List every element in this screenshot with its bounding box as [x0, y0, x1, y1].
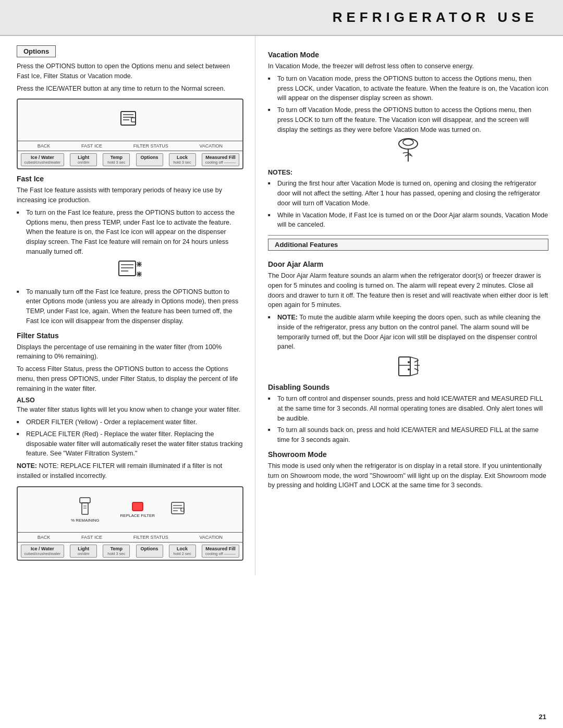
- options-title: Options: [23, 47, 49, 55]
- notes-bullet2: While in Vacation Mode, if Fast Ice is t…: [268, 211, 548, 230]
- fast-ice-bullet1: To turn on the Fast Ice feature, press t…: [17, 208, 243, 257]
- panel1-buttons-row: Ice / Water cubed/crushed/water Light on…: [18, 151, 242, 168]
- panel2-options-icon: [170, 501, 189, 518]
- door-ajar-p1: The Door Ajar Alarm feature sounds an al…: [268, 271, 548, 310]
- door-ajar-icon: [395, 355, 422, 378]
- note-filter: NOTE: NOTE: REPLACE FILTER will remain i…: [17, 461, 243, 481]
- additional-features-box: Additional Features: [268, 239, 548, 251]
- svg-line-34: [414, 360, 419, 362]
- replace-filter-icon: [131, 501, 144, 512]
- svg-rect-17: [80, 498, 90, 503]
- menu-fast-ice: FAST ICE: [81, 143, 102, 149]
- disabling-sounds-heading: Disabling Sounds: [268, 383, 548, 391]
- showroom-mode-p1: This mode is used only when the refriger…: [268, 461, 548, 490]
- panel2-buttons-row: Ice / Water cubed/crushed/water Light on…: [18, 542, 242, 560]
- page-header: REFRIGERATOR USE: [0, 0, 563, 36]
- panel2-btn-lock[interactable]: Lock hold 2 sec: [169, 545, 196, 558]
- vacation-bullet1: To turn on Vacation mode, press the OPTI…: [268, 74, 548, 103]
- svg-point-32: [408, 361, 410, 363]
- door-ajar-bullet1: NOTE: To mute the audible alarm while ke…: [268, 313, 548, 352]
- showroom-mode-heading: Showroom Mode: [268, 450, 548, 459]
- svg-rect-18: [82, 503, 88, 514]
- section-divider: [268, 235, 548, 236]
- vacation-mode-p1: In Vacation Mode, the freezer will defro…: [268, 61, 548, 71]
- panel2-menu-back: BACK: [38, 535, 51, 540]
- btn-ice-water[interactable]: Ice / Water cubed/crushed/water: [21, 153, 65, 166]
- display-panel-1: BACK FAST ICE FILTER STATUS VACATION Ice…: [17, 98, 243, 169]
- panel2-menu-vacation: VACATION: [199, 535, 223, 540]
- options-screen-icon: [118, 109, 143, 131]
- right-column: Vacation Mode In Vacation Mode, the free…: [255, 36, 563, 575]
- svg-point-27: [399, 139, 418, 149]
- options-p2: Press the ICE/WATER button at any time t…: [17, 84, 243, 94]
- door-ajar-note-text: To mute the audible alarm while keeping …: [277, 314, 541, 350]
- panel2-btn-temp[interactable]: Temp hold 3 sec: [103, 545, 130, 558]
- also-label: ALSO: [17, 397, 243, 404]
- filter-status-p2: To access Filter Status, press the OPTIO…: [17, 364, 243, 393]
- filter-status-heading: Filter Status: [17, 331, 243, 340]
- door-ajar-note-bold: NOTE:: [277, 314, 298, 321]
- filter-status-p1: Displays the percentage of use remaining…: [17, 342, 243, 362]
- panel2-screen: % REMAINING REPLACE FILTER: [18, 487, 242, 533]
- notes-bullet1: During the first hour after Vacation Mod…: [268, 179, 548, 208]
- btn-measured-fill[interactable]: Measured Fill cooling off ———: [202, 153, 240, 166]
- additional-features-label: Additional Features: [275, 241, 338, 249]
- door-ajar-heading: Door Ajar Alarm: [268, 260, 548, 268]
- panel2-btn-options[interactable]: Options: [136, 545, 163, 558]
- options-p1: Press the OPTIONS button to open the Opt…: [17, 61, 243, 81]
- panel1-menu-row: BACK FAST ICE FILTER STATUS VACATION: [18, 141, 242, 151]
- panel2-btn-ice-water[interactable]: Ice / Water cubed/crushed/water: [21, 545, 65, 558]
- fast-ice-heading: Fast Ice: [17, 175, 243, 183]
- notes-label: NOTES:: [268, 169, 548, 176]
- svg-rect-30: [399, 357, 410, 376]
- menu-filter-status: FILTER STATUS: [133, 143, 168, 149]
- btn-options[interactable]: Options: [136, 153, 163, 166]
- panel2-btn-measured-fill[interactable]: Measured Fill cooling off ———: [202, 545, 240, 558]
- left-column: Options Press the OPTIONS button to open…: [0, 36, 255, 575]
- fast-ice-bullet2: To manually turn off the Fast Ice featur…: [17, 287, 243, 326]
- disabling-bullet1: To turn off control and dispenser sounds…: [268, 394, 548, 423]
- svg-line-36: [414, 368, 419, 371]
- fast-ice-p1: The Fast Ice feature assists with tempor…: [17, 186, 243, 205]
- filter-icon-svg: [77, 497, 93, 516]
- btn-light[interactable]: Light on/dim: [70, 153, 97, 166]
- panel2-menu-fast-ice: FAST ICE: [81, 535, 102, 540]
- vacation-mode-heading: Vacation Mode: [268, 51, 548, 59]
- svg-point-33: [408, 368, 410, 371]
- svg-rect-5: [119, 261, 136, 276]
- svg-rect-0: [121, 112, 136, 125]
- filter-bullet1: ORDER FILTER (Yellow) - Order a replacem…: [17, 417, 243, 427]
- disabling-bullet2: To turn all sounds back on, press and ho…: [268, 425, 548, 445]
- page-number: 21: [539, 713, 546, 721]
- panel2-menu-filter-status: FILTER STATUS: [133, 535, 168, 540]
- svg-rect-26: [181, 508, 184, 511]
- menu-vacation: VACATION: [199, 143, 223, 149]
- filter-bullet2: REPLACE FILTER (Red) - Replace the water…: [17, 429, 243, 459]
- svg-point-29: [403, 139, 413, 145]
- also-p: The water filter status lights will let …: [17, 405, 243, 415]
- panel1-screen: [18, 100, 242, 141]
- panel2-menu-row: BACK FAST ICE FILTER STATUS VACATION: [18, 533, 242, 542]
- page-title: REFRIGERATOR USE: [333, 9, 538, 25]
- btn-lock[interactable]: Lock hold 3 sec: [169, 153, 196, 166]
- svg-rect-4: [131, 118, 136, 122]
- menu-back: BACK: [38, 143, 51, 149]
- fast-ice-icon: [117, 260, 144, 284]
- display-panel-2: % REMAINING REPLACE FILTER: [17, 486, 243, 561]
- svg-rect-21: [132, 502, 143, 511]
- panel2-btn-light[interactable]: Light on/dim: [70, 545, 97, 558]
- btn-temp[interactable]: Temp hold 3 sec: [103, 153, 130, 166]
- options-title-box: Options: [17, 45, 56, 57]
- replace-filter-label: REPLACE FILTER: [120, 513, 155, 518]
- percent-remaining-label: % REMAINING: [71, 518, 100, 523]
- filter-status-screen-icons: % REMAINING REPLACE FILTER: [71, 492, 189, 527]
- vacation-icon: [393, 138, 424, 165]
- vacation-bullet2: To turn off Vacation Mode, press the OPT…: [268, 105, 548, 134]
